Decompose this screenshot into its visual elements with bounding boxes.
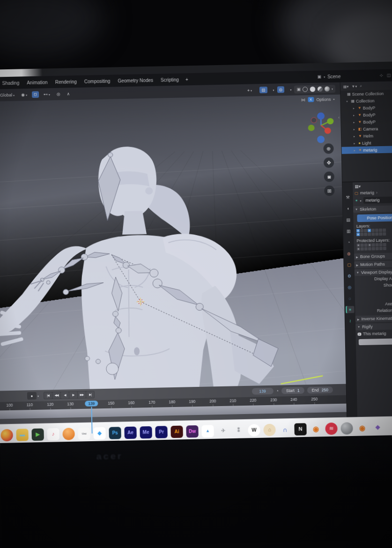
layer-cell[interactable] bbox=[356, 229, 360, 232]
layer-cell[interactable] bbox=[368, 233, 371, 236]
dock-app-icon[interactable] bbox=[0, 429, 13, 441]
pin-icon[interactable]: ⊹ bbox=[379, 73, 383, 78]
dock-app-icon[interactable]: ♪ bbox=[47, 428, 59, 440]
dock-app-icon[interactable]: ⌂ bbox=[263, 423, 276, 436]
expand-caret-icon[interactable]: ▾ bbox=[346, 99, 349, 103]
skeleton-section-header[interactable]: ▼ Skeleton bbox=[353, 205, 392, 213]
overlays-toggle[interactable]: ▨ bbox=[259, 87, 267, 93]
camera-view-icon[interactable]: ◙ bbox=[324, 171, 334, 182]
outliner-display-mode-icon[interactable]: ▦▾ bbox=[343, 84, 349, 89]
wireframe-shading-button[interactable] bbox=[303, 87, 308, 92]
options-dropdown[interactable]: Options bbox=[316, 97, 331, 102]
auto-keying-clock-icon[interactable]: ◔ bbox=[276, 389, 279, 393]
chevron-down-icon[interactable]: ▾ bbox=[37, 394, 39, 397]
protected-layer-cell[interactable] bbox=[376, 247, 379, 250]
chevron-down-icon[interactable]: ▾ bbox=[290, 88, 291, 91]
snap-toggle[interactable]: Ω bbox=[32, 91, 39, 98]
layer-cell[interactable] bbox=[364, 233, 367, 236]
current-frame-badge[interactable]: 139 bbox=[85, 400, 98, 407]
protected-layer-cell[interactable] bbox=[383, 247, 386, 250]
gizmo-dropdown[interactable]: ⌖ ▾ bbox=[245, 87, 254, 94]
protected-layer-cell[interactable] bbox=[357, 247, 360, 251]
bone-groups-section-header[interactable]: ▶ Bone Groups bbox=[354, 252, 392, 260]
playback-button[interactable]: ▶| bbox=[86, 391, 94, 398]
toggle-perspective-icon[interactable]: ⊞ bbox=[324, 185, 334, 196]
properties-tab[interactable]: ▢ bbox=[345, 261, 353, 268]
armature-name-field[interactable]: metarig bbox=[363, 196, 392, 203]
properties-tab[interactable]: ⚙ bbox=[345, 272, 354, 279]
layer-cell[interactable] bbox=[371, 232, 375, 236]
dock-app-icon[interactable]: ▬ bbox=[16, 429, 29, 441]
properties-tab[interactable]: ▤ bbox=[344, 216, 352, 223]
properties-tab[interactable]: ⚒ bbox=[343, 193, 352, 200]
playback-button[interactable]: |◀ bbox=[44, 392, 52, 399]
dock-app-icon[interactable]: Ps bbox=[109, 427, 121, 439]
expand-caret-icon[interactable]: ▸ bbox=[354, 148, 357, 152]
inverse-kinematics-section-header[interactable]: ▶ Inverse Kinematics bbox=[355, 315, 392, 322]
proportional-falloff[interactable]: ∧ bbox=[65, 90, 72, 97]
properties-tab[interactable]: ◍ bbox=[345, 250, 353, 257]
dock-app-icon[interactable]: Me bbox=[140, 426, 152, 438]
dock-app-icon[interactable]: ✈ bbox=[217, 424, 229, 437]
chevron-down-icon[interactable]: ▾ bbox=[273, 88, 274, 91]
layer-cell[interactable] bbox=[360, 233, 363, 236]
dock-app-icon[interactable]: ≋ bbox=[325, 422, 338, 435]
view-layer-icon[interactable]: ◫ bbox=[387, 73, 391, 78]
pose-position-button[interactable]: Pose Position bbox=[357, 214, 392, 222]
viewport-display-section-header[interactable]: ▼ Viewport Display bbox=[355, 268, 392, 276]
protected-layer-cell[interactable] bbox=[368, 247, 371, 250]
xray-toggle[interactable]: ◍ bbox=[277, 86, 284, 93]
snap-settings-dropdown[interactable]: ⊷ ▾ bbox=[42, 91, 52, 97]
motion-paths-section-header[interactable]: ▶ Motion Paths bbox=[354, 260, 392, 268]
expand-caret-icon[interactable]: ▸ bbox=[354, 127, 357, 131]
protected-layer-cell[interactable] bbox=[368, 243, 371, 246]
proportional-editing-toggle[interactable]: ◎ bbox=[55, 91, 62, 97]
protected-layer-cell[interactable] bbox=[361, 244, 364, 247]
auto-keyframe-record-button[interactable]: ● bbox=[27, 392, 37, 400]
layer-cell[interactable] bbox=[360, 229, 363, 232]
render-preview-icon[interactable]: ▣ bbox=[296, 87, 301, 91]
dock-app-icon[interactable]: ▶ bbox=[31, 428, 44, 441]
protected-layer-cell[interactable] bbox=[364, 244, 368, 247]
search-icon[interactable]: ⌕ bbox=[360, 84, 362, 89]
dock-app-icon[interactable] bbox=[340, 422, 353, 435]
layer-cell[interactable] bbox=[375, 232, 378, 236]
rigify-section-header[interactable]: ▼ Rigify bbox=[355, 323, 392, 330]
properties-tab[interactable]: ◎ bbox=[345, 283, 354, 290]
dock-app-icon[interactable]: N bbox=[294, 423, 307, 436]
layer-cell[interactable] bbox=[383, 229, 386, 232]
filter-funnel-icon[interactable]: ▼▾ bbox=[351, 84, 357, 89]
layer-cell[interactable] bbox=[379, 229, 382, 232]
protected-layer-cell[interactable] bbox=[372, 243, 375, 246]
protected-layer-cell[interactable] bbox=[379, 243, 383, 246]
rendered-shading-button[interactable] bbox=[325, 86, 330, 91]
workspace-tab[interactable]: Animation bbox=[27, 80, 48, 85]
layer-cell[interactable] bbox=[364, 229, 367, 232]
workspace-tab[interactable]: Rendering bbox=[55, 79, 77, 85]
current-frame-field[interactable]: 139 bbox=[251, 388, 273, 395]
chevron-down-icon[interactable]: ▾ bbox=[360, 199, 361, 202]
dock-app-icon[interactable]: Dw bbox=[186, 425, 199, 437]
dock-app-icon[interactable]: ∩ bbox=[279, 423, 291, 436]
dock-app-icon[interactable]: ▲ bbox=[201, 425, 214, 437]
add-workspace-button[interactable]: + bbox=[185, 77, 188, 82]
protected-layer-cell[interactable] bbox=[379, 247, 383, 250]
properties-tab[interactable]: ≀ bbox=[346, 317, 355, 324]
properties-tab[interactable]: ◔ bbox=[344, 238, 353, 245]
chevron-down-icon[interactable]: ▾ bbox=[324, 75, 325, 78]
expand-caret-icon[interactable]: ▸ bbox=[353, 106, 356, 110]
playback-button[interactable]: ◀◀ bbox=[52, 392, 60, 399]
zoom-icon[interactable]: ⊕ bbox=[323, 143, 333, 154]
properties-tab[interactable]: ◖ bbox=[344, 205, 352, 212]
solid-shading-button[interactable] bbox=[310, 86, 315, 91]
mirror-x-toggle[interactable]: X bbox=[308, 97, 314, 102]
dock-app-icon[interactable]: ❖ bbox=[371, 422, 384, 434]
frame-start-field[interactable]: Start1 bbox=[281, 387, 304, 394]
layer-cell[interactable] bbox=[368, 229, 371, 232]
layer-cell[interactable] bbox=[379, 232, 382, 236]
breadcrumb-object-name[interactable]: metarig bbox=[360, 190, 374, 195]
dock-app-icon[interactable]: ◉ bbox=[310, 422, 322, 435]
properties-tab[interactable]: ▥ bbox=[344, 227, 353, 234]
scene-selector[interactable]: Scene bbox=[327, 74, 341, 79]
dock-app-icon[interactable]: W bbox=[248, 424, 260, 437]
